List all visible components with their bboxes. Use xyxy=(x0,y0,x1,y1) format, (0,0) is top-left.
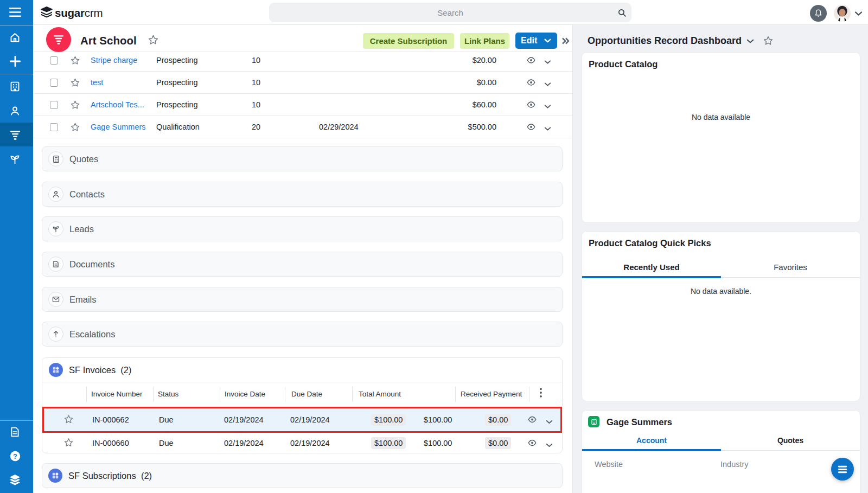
svg-text:?: ? xyxy=(13,452,17,460)
